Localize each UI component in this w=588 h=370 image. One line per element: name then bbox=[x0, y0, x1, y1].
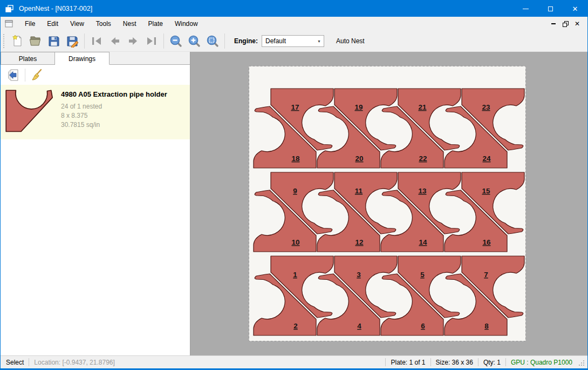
zoom-out-icon bbox=[169, 35, 182, 48]
part-number-label: 2 bbox=[293, 322, 298, 330]
last-plate-icon bbox=[145, 35, 158, 48]
first-plate-button[interactable] bbox=[87, 32, 106, 50]
part-number-label: 3 bbox=[357, 271, 361, 279]
part-number-label: 10 bbox=[291, 238, 299, 246]
child-minimize-icon bbox=[551, 23, 556, 24]
first-plate-icon bbox=[90, 35, 103, 48]
menu-edit[interactable]: Edit bbox=[41, 17, 64, 30]
main-toolbar: Engine: Default ▼ Auto Nest bbox=[1, 31, 587, 52]
plate-view[interactable]: 171819202122232491011121314151612345678 bbox=[249, 66, 526, 341]
tab-strip-filler bbox=[110, 52, 190, 65]
part-number-label: 8 bbox=[484, 322, 489, 330]
menu-window[interactable]: Window bbox=[169, 17, 204, 30]
resize-grip[interactable] bbox=[578, 359, 584, 366]
part-number-label: 6 bbox=[421, 322, 425, 330]
mode-indicator: Select bbox=[6, 359, 24, 366]
menu-tools[interactable]: Tools bbox=[90, 17, 117, 30]
part-thumbnail bbox=[5, 89, 55, 135]
save-button[interactable] bbox=[45, 32, 63, 50]
chevron-down-icon[interactable]: ▼ bbox=[314, 36, 324, 46]
previous-plate-icon bbox=[108, 35, 121, 48]
part-number-label: 11 bbox=[355, 187, 363, 195]
toolbar-separator bbox=[224, 33, 225, 49]
menu-plate[interactable]: Plate bbox=[142, 17, 169, 30]
zoom-fit-button[interactable] bbox=[203, 32, 222, 50]
menu-nest[interactable]: Nest bbox=[117, 17, 142, 30]
auto-nest-button[interactable]: Auto Nest bbox=[333, 35, 368, 47]
part-number-label: 4 bbox=[357, 322, 361, 330]
sidebar-panel: Plates Drawings bbox=[1, 52, 190, 355]
status-bar: Select Location: [-0.9437, 21.8796] Plat… bbox=[1, 355, 587, 368]
document-window-icon[interactable] bbox=[5, 20, 13, 28]
drawing-title: 4980 A05 Extraction pipe holder bbox=[61, 90, 167, 98]
window-title: OpenNest - [N0317-002] bbox=[19, 5, 92, 12]
save-as-button[interactable] bbox=[63, 32, 81, 50]
plate-size: Size: 36 x 36 bbox=[436, 359, 473, 366]
child-restore-icon bbox=[563, 21, 569, 27]
clean-button[interactable] bbox=[29, 68, 45, 83]
child-restore-button[interactable] bbox=[559, 18, 571, 29]
save-icon bbox=[47, 35, 60, 48]
import-drawing-button[interactable] bbox=[5, 68, 22, 83]
menu-view[interactable]: View bbox=[64, 17, 90, 30]
open-file-button[interactable] bbox=[26, 32, 45, 50]
child-close-button[interactable]: ✕ bbox=[571, 18, 583, 29]
part-number-label: 12 bbox=[355, 238, 363, 246]
toolbar-grip[interactable] bbox=[3, 34, 6, 48]
toolbar-separator bbox=[163, 33, 164, 49]
part-number-label: 20 bbox=[355, 154, 363, 163]
part-number-label: 13 bbox=[418, 187, 427, 195]
part-number-label: 16 bbox=[482, 238, 491, 246]
part-number-label: 5 bbox=[420, 271, 425, 279]
drawings-toolbar bbox=[1, 65, 190, 85]
last-plate-button[interactable] bbox=[142, 32, 161, 50]
zoom-fit-icon bbox=[206, 35, 219, 48]
part-number-label: 14 bbox=[419, 238, 427, 246]
tab-plates[interactable]: Plates bbox=[1, 52, 55, 65]
part-number-label: 15 bbox=[482, 187, 490, 195]
zoom-out-button[interactable] bbox=[167, 32, 185, 50]
app-icon bbox=[5, 4, 14, 13]
toolbar-separator bbox=[84, 33, 85, 49]
part-number-label: 9 bbox=[293, 187, 297, 195]
part-number-label: 17 bbox=[291, 103, 299, 111]
plate-qty: Qty: 1 bbox=[483, 359, 501, 366]
app-window: OpenNest - [N0317-002] ✕ File Edit View … bbox=[0, 0, 588, 370]
drawing-list-item[interactable]: 4980 A05 Extraction pipe holder 24 of 1 … bbox=[1, 85, 190, 139]
part-number-label: 1 bbox=[293, 271, 297, 279]
child-close-icon: ✕ bbox=[575, 20, 580, 28]
menu-file[interactable]: File bbox=[19, 17, 41, 30]
statusbar-separator bbox=[29, 358, 29, 366]
part-number-label: 18 bbox=[291, 154, 300, 163]
zoom-in-icon bbox=[188, 35, 201, 48]
import-drawing-icon bbox=[7, 69, 20, 82]
previous-plate-button[interactable] bbox=[106, 32, 124, 50]
minimize-icon bbox=[523, 9, 529, 9]
statusbar-separator bbox=[505, 358, 506, 366]
zoom-in-button[interactable] bbox=[185, 32, 203, 50]
child-minimize-button[interactable] bbox=[548, 18, 559, 29]
tab-drawings[interactable]: Drawings bbox=[55, 52, 110, 65]
next-plate-icon bbox=[127, 35, 140, 48]
statusbar-separator bbox=[385, 358, 386, 366]
close-icon: ✕ bbox=[572, 5, 578, 12]
new-file-button[interactable] bbox=[8, 32, 26, 50]
open-file-icon bbox=[29, 35, 42, 48]
nest-canvas[interactable]: 171819202122232491011121314151612345678 bbox=[190, 52, 587, 355]
next-plate-button[interactable] bbox=[124, 32, 142, 50]
statusbar-separator bbox=[478, 358, 478, 366]
engine-label: Engine: bbox=[234, 37, 258, 45]
drawings-toolbar-separator bbox=[25, 69, 25, 82]
maximize-button[interactable] bbox=[538, 1, 563, 17]
minimize-button[interactable] bbox=[513, 1, 538, 17]
clean-broom-icon bbox=[30, 69, 43, 82]
drawing-dimensions: 8 x 8.375 bbox=[61, 111, 167, 120]
part-number-label: 23 bbox=[482, 103, 490, 111]
close-button[interactable]: ✕ bbox=[563, 1, 587, 17]
drawing-area: 30.7815 sq/in bbox=[61, 120, 167, 130]
sidebar-tabs: Plates Drawings bbox=[1, 52, 190, 65]
menu-bar: File Edit View Tools Nest Plate Window ✕ bbox=[1, 17, 587, 31]
drawing-nested-count: 24 of 1 nested bbox=[61, 102, 167, 111]
part-number-label: 24 bbox=[482, 154, 491, 163]
engine-combobox[interactable]: Default ▼ bbox=[262, 35, 324, 47]
